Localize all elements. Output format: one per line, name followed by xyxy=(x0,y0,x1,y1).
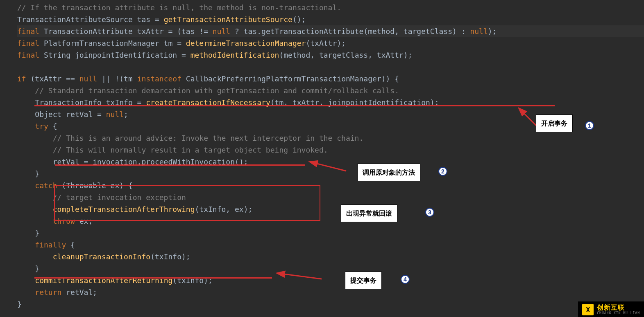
comment: // If the transaction attribute is null,… xyxy=(17,3,341,12)
code-line-blank xyxy=(17,61,644,73)
code-line: completeTransactionAfterThrowing(txInfo,… xyxy=(17,203,644,215)
code-line: commitTransactionAfterReturning(txInfo); xyxy=(17,274,644,286)
watermark-title: 创新互联 xyxy=(597,304,640,311)
watermark: X 创新互联 CHUANG XIN HU LIAN xyxy=(578,301,644,317)
code-line: return retVal; xyxy=(17,286,644,298)
code-line: throw ex; xyxy=(17,215,644,227)
code-line: cleanupTransactionInfo(txInfo); xyxy=(17,251,644,263)
code-line: // This will normally result in a target… xyxy=(17,144,644,156)
code-line-blank xyxy=(17,310,644,317)
watermark-text: 创新互联 CHUANG XIN HU LIAN xyxy=(597,304,640,315)
code-line: final String joinpointIdentification = m… xyxy=(17,49,644,61)
code-line: // target invocation exception xyxy=(17,191,644,203)
code-line: // If the transaction attribute is null,… xyxy=(17,2,644,13)
code-line: finally { xyxy=(17,239,644,251)
watermark-subtitle: CHUANG XIN HU LIAN xyxy=(597,312,640,315)
code-line: Object retVal = null; xyxy=(17,108,644,120)
code-line: } xyxy=(17,227,644,239)
code-line: // Standard transaction demarcation with… xyxy=(17,85,644,97)
code-line: if (txAttr == null || !(tm instanceof Ca… xyxy=(17,73,644,85)
code-line: TransactionAttributeSource tas = getTran… xyxy=(17,13,644,25)
watermark-logo-icon: X xyxy=(582,304,594,315)
code-line: } xyxy=(17,298,644,310)
code-line: final PlatformTransactionManager tm = de… xyxy=(17,37,644,49)
code-line: retVal = invocation.proceedWithInvocatio… xyxy=(17,156,644,168)
code-line: TransactionInfo txInfo = createTransacti… xyxy=(17,97,644,108)
code-line: } xyxy=(17,263,644,274)
code-editor: // If the transaction attribute is null,… xyxy=(0,0,644,317)
code-line: // This is an around advice: Invoke the … xyxy=(17,132,644,144)
code-line: } xyxy=(17,168,644,180)
code-line-highlighted: final TransactionAttribute txAttr = (tas… xyxy=(17,25,644,37)
code-line: catch (Throwable ex) { xyxy=(17,180,644,191)
code-line: try { xyxy=(17,120,644,132)
